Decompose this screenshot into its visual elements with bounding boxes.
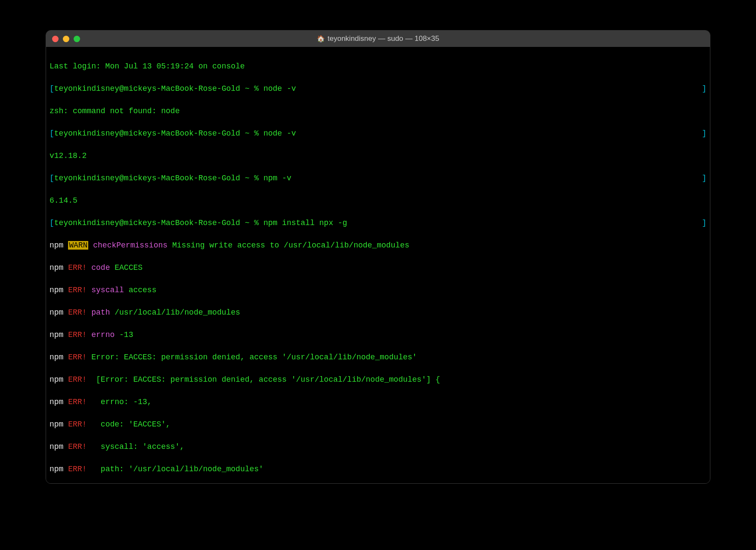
npm-err-line: npm ERR! errno: -13, <box>50 396 706 408</box>
command-text: node -v <box>263 84 296 93</box>
prompt-text: teyonkindisney@mickeys-MacBook-Rose-Gold… <box>54 129 263 138</box>
prompt-bracket-open: [ <box>50 219 54 227</box>
warn-badge: WARN <box>68 241 88 250</box>
terminal-output[interactable]: Last login: Mon Jul 13 05:19:24 on conso… <box>46 47 710 483</box>
output-line: zsh: command not found: node <box>50 105 706 117</box>
home-icon: 🏠 <box>317 35 325 43</box>
close-button[interactable] <box>52 36 59 42</box>
command-text: npm install npx -g <box>263 219 347 227</box>
traffic-lights <box>46 36 80 42</box>
command-text: node -v <box>263 129 296 138</box>
warn-msg: Missing write access to /usr/local/lib/n… <box>167 241 409 250</box>
prompt-text: teyonkindisney@mickeys-MacBook-Rose-Gold… <box>54 174 263 182</box>
prompt-bracket-close: ] <box>702 217 706 229</box>
prompt-bracket-open: [ <box>50 129 54 138</box>
maximize-button[interactable] <box>74 36 80 42</box>
npm-err-line: npm ERR! code EACCES <box>50 262 706 273</box>
titlebar[interactable]: 🏠 teyonkindisney — sudo — 108×35 <box>46 31 710 47</box>
minimize-button[interactable] <box>63 36 69 42</box>
npm-err-line: npm ERR! [Error: EACCES: permission deni… <box>50 374 706 385</box>
prompt-bracket-close: ] <box>702 83 706 94</box>
command-text: npm -v <box>263 174 291 182</box>
prompt-bracket-open: [ <box>50 174 54 182</box>
npm-label: npm <box>50 241 63 250</box>
prompt-bracket-close: ] <box>702 173 706 184</box>
window-title-text: teyonkindisney — sudo — 108×35 <box>328 34 439 43</box>
last-login-line: Last login: Mon Jul 13 05:19:24 on conso… <box>50 61 706 72</box>
npm-err-line: npm ERR! path: '/usr/local/lib/node_modu… <box>50 463 706 475</box>
npm-err-line: npm ERR! syscall: 'access', <box>50 441 706 452</box>
prompt-bracket-open: [ <box>50 84 54 93</box>
prompt-line: [teyonkindisney@mickeys-MacBook-Rose-Gol… <box>50 83 706 94</box>
npm-err-line: npm ERR! syscall access <box>50 284 706 296</box>
output-line: v12.18.2 <box>50 150 706 161</box>
prompt-line: [teyonkindisney@mickeys-MacBook-Rose-Gol… <box>50 128 706 139</box>
npm-err-line: npm ERR! path /usr/local/lib/node_module… <box>50 307 706 318</box>
warn-check: checkPermissions <box>88 241 167 250</box>
prompt-bracket-close: ] <box>702 128 706 139</box>
output-line: 6.14.5 <box>50 195 706 206</box>
window-title: 🏠 teyonkindisney — sudo — 108×35 <box>46 34 710 43</box>
npm-warn-line: npm WARN checkPermissions Missing write … <box>50 240 706 251</box>
prompt-line: [teyonkindisney@mickeys-MacBook-Rose-Gol… <box>50 217 706 229</box>
prompt-line: [teyonkindisney@mickeys-MacBook-Rose-Gol… <box>50 173 706 184</box>
terminal-window: 🏠 teyonkindisney — sudo — 108×35 Last lo… <box>46 30 710 484</box>
npm-err-line: npm ERR! errno -13 <box>50 329 706 340</box>
npm-err-line: npm ERR! code: 'EACCES', <box>50 419 706 430</box>
prompt-text: teyonkindisney@mickeys-MacBook-Rose-Gold… <box>54 219 263 227</box>
prompt-text: teyonkindisney@mickeys-MacBook-Rose-Gold… <box>54 84 263 93</box>
npm-err-line: npm ERR! Error: EACCES: permission denie… <box>50 352 706 363</box>
